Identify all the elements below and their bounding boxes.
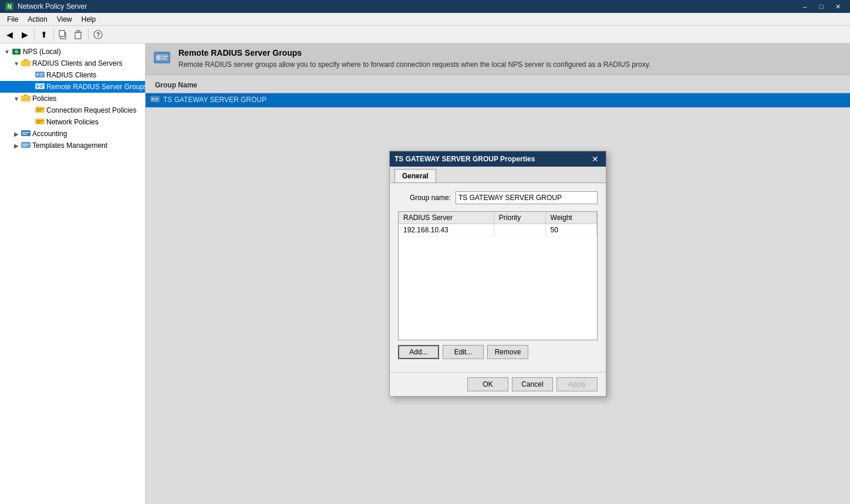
- dialog-group-name-input[interactable]: [456, 191, 598, 204]
- expand-icon-accounting: ▶: [12, 131, 21, 137]
- main-layout: ▼ NPS (Local) ▼ RADIUS Clients and Serve…: [0, 43, 850, 504]
- server-table-container: RADIUS Server Priority Weight 192.168.10…: [398, 211, 598, 340]
- sidebar-item-radius-clients[interactable]: RADIUS Clients: [0, 69, 145, 81]
- ok-button[interactable]: OK: [467, 377, 508, 391]
- sidebar-item-templates[interactable]: ▶ Templates Management: [0, 140, 145, 151]
- dialog-tabs: General: [390, 167, 606, 183]
- leaf-icon-clients: [35, 70, 45, 80]
- cell-priority: [494, 224, 545, 236]
- table-row[interactable]: 192.168.10.43 50: [399, 224, 597, 236]
- svg-rect-25: [22, 132, 29, 133]
- svg-rect-13: [40, 75, 42, 76]
- modal-backdrop: TS GATEWAY SERVER GROUP Properties ✕ Gen…: [146, 43, 850, 504]
- toolbar-copy[interactable]: [56, 28, 70, 42]
- expand-icon-policies: ▼: [12, 96, 21, 102]
- sidebar-item-network-policies[interactable]: Network Policies: [0, 116, 145, 128]
- svg-rect-26: [22, 134, 27, 135]
- col-priority: Priority: [494, 212, 545, 224]
- radius-clients-label: RADIUS Clients: [46, 71, 96, 79]
- menu-view[interactable]: View: [52, 14, 77, 25]
- toolbar-paste[interactable]: [72, 28, 86, 42]
- edit-button[interactable]: Edit...: [443, 345, 484, 359]
- title-bar: N Network Policy Server – □ ✕: [0, 0, 850, 13]
- toolbar-sep-3: [88, 29, 89, 40]
- toolbar-up[interactable]: ⬆: [37, 28, 51, 42]
- dialog-group-name-label: Group name:: [398, 194, 451, 202]
- action-buttons: Add... Edit... Remove: [398, 345, 598, 359]
- toolbar: ◀ ▶ ⬆ ?: [0, 26, 850, 43]
- expand-icon-radius: ▼: [12, 60, 21, 67]
- dialog-close-button[interactable]: ✕: [589, 153, 601, 165]
- sidebar-item-accounting[interactable]: ▶ Accounting: [0, 128, 145, 140]
- expand-icon: ▼: [2, 49, 12, 55]
- cancel-button[interactable]: Cancel: [512, 377, 553, 391]
- svg-text:N: N: [7, 4, 11, 10]
- svg-rect-21: [35, 119, 45, 124]
- svg-rect-23: [36, 122, 41, 123]
- svg-rect-12: [40, 73, 43, 75]
- svg-rect-4: [75, 32, 81, 39]
- icon-accounting: [21, 129, 31, 138]
- policies-label: Policies: [32, 94, 56, 103]
- templates-label: Templates Management: [32, 141, 107, 150]
- minimize-button[interactable]: –: [797, 1, 812, 12]
- toolbar-sep-2: [53, 29, 54, 40]
- svg-rect-27: [21, 142, 31, 148]
- svg-rect-16: [40, 85, 43, 86]
- leaf-icon-network: [35, 117, 45, 127]
- sidebar-item-nps-local[interactable]: ▼ NPS (Local): [0, 46, 145, 57]
- folder-icon-radius: [21, 59, 31, 68]
- col-weight: Weight: [545, 212, 596, 224]
- svg-rect-19: [36, 109, 43, 110]
- toolbar-help[interactable]: ?: [91, 28, 105, 42]
- toolbar-sep-1: [34, 29, 35, 40]
- close-button[interactable]: ✕: [830, 1, 845, 12]
- cell-weight: 50: [545, 224, 596, 236]
- sidebar-item-connection-request[interactable]: Connection Request Policies: [0, 104, 145, 116]
- menu-action[interactable]: Action: [23, 14, 52, 25]
- remote-radius-label: Remote RADIUS Server Groups: [46, 83, 146, 91]
- nps-local-label: NPS (Local): [23, 48, 61, 56]
- svg-point-15: [36, 85, 39, 87]
- dialog-title-bar: TS GATEWAY SERVER GROUP Properties ✕: [390, 151, 606, 167]
- svg-rect-5: [77, 31, 80, 33]
- content-area: Remote RADIUS Server Groups Remote RADIU…: [146, 43, 850, 504]
- svg-rect-29: [22, 146, 27, 147]
- dialog-title-text: TS GATEWAY SERVER GROUP Properties: [394, 155, 589, 163]
- svg-rect-20: [36, 110, 41, 111]
- remove-button[interactable]: Remove: [487, 345, 528, 359]
- svg-text:?: ?: [96, 31, 100, 38]
- window-controls: – □ ✕: [797, 1, 845, 12]
- app-icon: N: [5, 2, 14, 11]
- leaf-icon-conn: [35, 106, 45, 115]
- dialog-body: Group name: RADIUS Server Priority Weigh…: [390, 183, 606, 372]
- svg-rect-22: [36, 120, 43, 121]
- app-title: Network Policy Server: [18, 2, 797, 11]
- svg-point-9: [15, 50, 18, 53]
- sidebar: ▼ NPS (Local) ▼ RADIUS Clients and Serve…: [0, 43, 146, 504]
- folder-icon-policies: [21, 94, 31, 103]
- dialog: TS GATEWAY SERVER GROUP Properties ✕ Gen…: [389, 151, 606, 397]
- svg-rect-17: [40, 87, 42, 88]
- svg-rect-3: [59, 31, 65, 36]
- menu-help[interactable]: Help: [77, 14, 101, 25]
- sidebar-item-remote-radius[interactable]: Remote RADIUS Server Groups: [0, 81, 145, 93]
- toolbar-back[interactable]: ◀: [2, 28, 16, 42]
- sidebar-item-radius-clients-servers[interactable]: ▼ RADIUS Clients and Servers: [0, 57, 145, 69]
- sidebar-item-policies[interactable]: ▼ Policies: [0, 93, 145, 104]
- dialog-group-name-field: Group name:: [398, 191, 598, 204]
- svg-rect-28: [22, 144, 29, 145]
- toolbar-forward[interactable]: ▶: [18, 28, 32, 42]
- svg-rect-18: [35, 107, 45, 113]
- nps-icon: [12, 47, 21, 56]
- col-radius-server: RADIUS Server: [399, 212, 494, 224]
- add-button[interactable]: Add...: [398, 345, 439, 359]
- maximize-button[interactable]: □: [814, 1, 829, 12]
- icon-templates: [21, 141, 31, 150]
- dialog-tab-general[interactable]: General: [394, 169, 436, 182]
- apply-button[interactable]: Apply: [556, 377, 598, 391]
- dialog-footer: OK Cancel Apply: [390, 372, 606, 396]
- menu-bar: File Action View Help: [0, 13, 850, 26]
- svg-point-11: [36, 73, 39, 76]
- menu-file[interactable]: File: [2, 14, 23, 25]
